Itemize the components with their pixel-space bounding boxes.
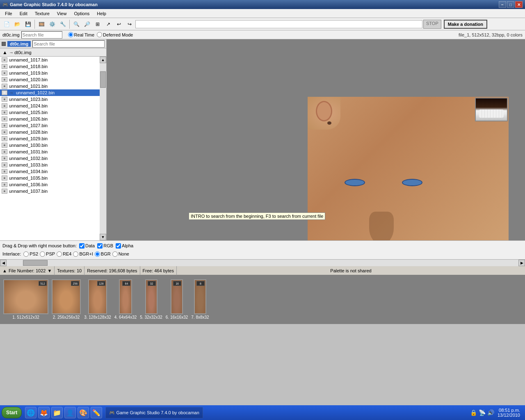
thumbnail-item[interactable]: 5121. 512x512x32: [3, 279, 48, 320]
psp-radio[interactable]: [40, 251, 45, 257]
bgr-i-radio[interactable]: [73, 251, 78, 257]
toolbar-save[interactable]: 💾: [23, 19, 33, 29]
scroll-up-btn[interactable]: ▲: [100, 57, 106, 63]
list-item[interactable]: ≡unnamed_1018.bin: [0, 63, 100, 70]
list-item[interactable]: ≡unnamed_1028.bin: [0, 129, 100, 135]
search-input-left[interactable]: [32, 40, 105, 48]
thumbnail-item[interactable]: 87. 8x8x32: [191, 279, 209, 320]
minimize-button[interactable]: −: [499, 1, 506, 8]
panel-collapse[interactable]: [2, 42, 6, 46]
start-button[interactable]: Start: [2, 407, 22, 418]
re4-radio[interactable]: [57, 251, 62, 257]
thumbnail-item[interactable]: 166. 16x16x32: [166, 279, 188, 320]
thumbnail-item[interactable]: 325. 32x32x32: [140, 279, 162, 320]
close-button[interactable]: ✕: [515, 1, 523, 8]
maximize-button[interactable]: □: [507, 1, 514, 8]
horizontal-scrollbar[interactable]: ◀ ▶: [0, 259, 525, 266]
toolbar-tools[interactable]: 🔧: [58, 19, 68, 29]
menu-item-edit[interactable]: Edit: [16, 9, 31, 18]
re4-radio-label[interactable]: RE4: [57, 251, 71, 257]
nav-next[interactable]: ▼: [47, 268, 52, 273]
list-item[interactable]: ≡unnamed_1034.bin: [0, 168, 100, 175]
taskbar-app-icon[interactable]: 📁: [51, 407, 63, 418]
toolbar-open[interactable]: 📂: [12, 19, 22, 29]
make-donation-button[interactable]: Make a donation: [444, 20, 487, 29]
list-item[interactable]: ≡unnamed_1037.bin: [0, 188, 100, 194]
deferred-radio[interactable]: [97, 32, 102, 37]
rgb-checkbox-label[interactable]: RGB: [97, 243, 113, 249]
list-item[interactable]: ≡unnamed_1027.bin: [0, 122, 100, 129]
list-item[interactable]: ≡unnamed_1020.bin: [0, 76, 100, 83]
alpha-checkbox[interactable]: [116, 243, 121, 249]
toolbar-address[interactable]: [135, 20, 422, 28]
none-radio-label[interactable]: None: [112, 251, 129, 257]
list-item[interactable]: ≡→unnamed_1022.bin: [0, 89, 100, 96]
taskbar-app-icon[interactable]: 🌐: [25, 407, 37, 418]
vertical-scrollbar[interactable]: ▲ ▼: [100, 57, 106, 240]
bgr-i-radio-label[interactable]: BGR+I: [73, 251, 93, 257]
list-item[interactable]: ≡unnamed_1021.bin: [0, 83, 100, 89]
list-item[interactable]: ≡unnamed_1036.bin: [0, 181, 100, 188]
taskbar-app-icon[interactable]: 🦊: [38, 407, 50, 418]
scroll-thumb[interactable]: [100, 71, 106, 88]
hscroll-track[interactable]: [7, 260, 518, 266]
menu-item-options[interactable]: Options: [71, 9, 93, 18]
toolbar-film[interactable]: 🎞️: [37, 19, 46, 29]
list-item[interactable]: ≡unnamed_1033.bin: [0, 162, 100, 168]
bgr-radio-label[interactable]: BGR: [95, 251, 111, 257]
toolbar-gear[interactable]: ⚙️: [47, 19, 57, 29]
alpha-checkbox-label[interactable]: Alpha: [116, 243, 133, 249]
hscroll-left[interactable]: ◀: [0, 260, 7, 266]
list-item[interactable]: ≡unnamed_1023.bin: [0, 96, 100, 103]
bgr-radio[interactable]: [95, 251, 100, 257]
realtime-radio-label[interactable]: Real Time: [68, 32, 95, 37]
list-item[interactable]: ≡unnamed_1035.bin: [0, 175, 100, 181]
hscroll-right[interactable]: ▶: [518, 260, 525, 266]
thumbnail-item[interactable]: 644. 64x64x32: [114, 279, 137, 320]
ps2-radio-label[interactable]: PS2: [23, 251, 38, 257]
menu-item-file[interactable]: File: [2, 9, 16, 18]
list-item[interactable]: ≡unnamed_1029.bin: [0, 135, 100, 142]
scroll-track[interactable]: [100, 63, 106, 234]
realtime-radio[interactable]: [68, 32, 73, 37]
scroll-down-btn[interactable]: ▼: [100, 234, 106, 240]
list-item[interactable]: ≡unnamed_1017.bin: [0, 57, 100, 63]
nav-up[interactable]: ▲: [2, 50, 8, 55]
list-item[interactable]: ≡unnamed_1031.bin: [0, 148, 100, 155]
data-checkbox[interactable]: [79, 243, 84, 249]
taskbar-app-icon[interactable]: ✏️: [91, 407, 102, 418]
list-item[interactable]: ≡unnamed_1032.bin: [0, 155, 100, 162]
none-radio[interactable]: [112, 251, 118, 257]
file-tab[interactable]: dt0c.img: [7, 41, 31, 47]
list-item[interactable]: ≡unnamed_1024.bin: [0, 103, 100, 109]
taskbar-apps: 🌐🦊📁👤🎨✏️: [25, 407, 102, 418]
thumbnail-item[interactable]: 2562. 256x256x32: [52, 279, 81, 320]
active-window-btn[interactable]: 🎮 Game Graphic Studio 7.4.0 by obocaman: [105, 407, 203, 418]
taskbar-app-icon[interactable]: 👤: [64, 407, 76, 418]
toolbar-undo[interactable]: ↩: [114, 19, 124, 29]
rgb-checkbox[interactable]: [97, 243, 103, 249]
toolbar-redo[interactable]: ↪: [125, 19, 135, 29]
list-item[interactable]: ≡unnamed_1019.bin: [0, 70, 100, 76]
hscroll-thumb[interactable]: [23, 260, 48, 266]
toolbar-zoom-in[interactable]: 🔍: [71, 19, 81, 29]
toolbar-select[interactable]: ↗: [103, 19, 113, 29]
toolbar-zoom-out[interactable]: 🔎: [82, 19, 92, 29]
menu-item-view[interactable]: View: [54, 9, 70, 18]
toolbar-new[interactable]: 📄: [2, 19, 11, 29]
search-file-input[interactable]: [21, 31, 62, 39]
data-checkbox-label[interactable]: Data: [79, 243, 95, 249]
list-item[interactable]: ≡unnamed_1030.bin: [0, 142, 100, 148]
deferred-radio-label[interactable]: Deferred Mode: [97, 32, 133, 37]
psp-radio-label[interactable]: PSP: [40, 251, 55, 257]
stop-button[interactable]: STOP: [423, 20, 441, 29]
toolbar-grid[interactable]: ⊞: [93, 19, 103, 29]
taskbar-app-icon[interactable]: 🎨: [78, 407, 89, 418]
nav-prev[interactable]: ▲: [2, 268, 7, 273]
ps2-radio[interactable]: [23, 251, 29, 257]
list-item[interactable]: ≡unnamed_1026.bin: [0, 116, 100, 122]
list-item[interactable]: ≡unnamed_1025.bin: [0, 109, 100, 116]
menu-item-help[interactable]: Help: [94, 9, 110, 18]
menu-item-texture[interactable]: Texture: [32, 9, 53, 18]
thumbnail-item[interactable]: 1283. 128x128x32: [84, 279, 111, 320]
